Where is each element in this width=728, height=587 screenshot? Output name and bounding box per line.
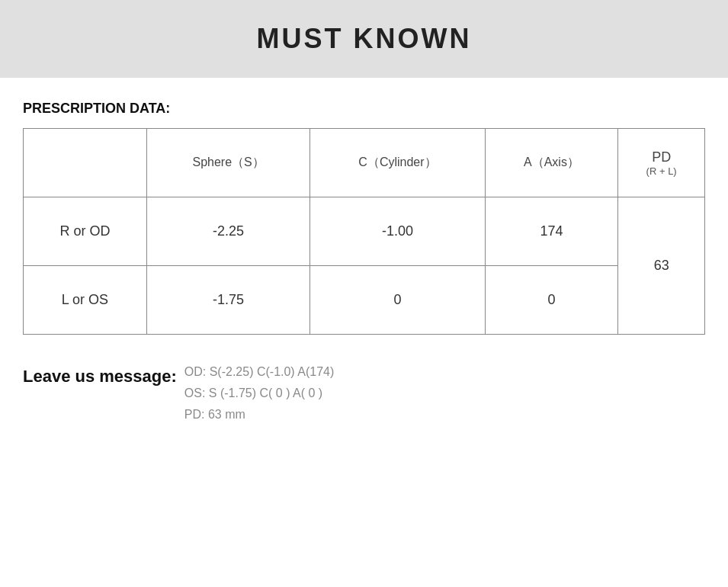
cell-cylinder-os: 0 bbox=[310, 266, 485, 335]
col-header-cylinder: C（Cylinder） bbox=[310, 129, 485, 197]
section-label: PRESCRIPTION DATA: bbox=[23, 101, 705, 117]
leave-message-label: Leave us message: bbox=[23, 365, 177, 387]
message-line-od: OD: S(-2.25) C(-1.0) A(174) bbox=[184, 365, 335, 379]
cell-pd: 63 bbox=[618, 197, 705, 335]
col-header-pd: PD (R + L) bbox=[618, 129, 705, 197]
col-header-label bbox=[24, 129, 147, 197]
prescription-table: Sphere（S） C（Cylinder） A（Axis） PD (R + L)… bbox=[23, 128, 705, 335]
message-lines: OD: S(-2.25) C(-1.0) A(174) OS: S (-1.75… bbox=[184, 365, 335, 422]
row-label-od: R or OD bbox=[24, 197, 147, 266]
page-title: MUST KNOWN bbox=[0, 23, 728, 55]
col-header-axis: A（Axis） bbox=[485, 129, 618, 197]
cell-sphere-od: -2.25 bbox=[146, 197, 309, 266]
cell-axis-od: 174 bbox=[485, 197, 618, 266]
message-line-pd: PD: 63 mm bbox=[184, 408, 335, 422]
cell-cylinder-od: -1.00 bbox=[310, 197, 485, 266]
message-line-os: OS: S (-1.75) C( 0 ) A( 0 ) bbox=[184, 387, 335, 400]
col-header-sphere: Sphere（S） bbox=[146, 129, 309, 197]
cell-axis-os: 0 bbox=[485, 266, 618, 335]
pd-label: PD bbox=[652, 149, 671, 165]
table-row: L or OS -1.75 0 0 bbox=[24, 266, 705, 335]
content-area: PRESCRIPTION DATA: Sphere（S） C（Cylinder）… bbox=[0, 101, 728, 425]
leave-message-section: Leave us message: OD: S(-2.25) C(-1.0) A… bbox=[23, 361, 705, 425]
pd-sublabel: (R + L) bbox=[646, 165, 677, 177]
page-header: MUST KNOWN bbox=[0, 0, 728, 78]
row-label-os: L or OS bbox=[24, 266, 147, 335]
cell-sphere-os: -1.75 bbox=[146, 266, 309, 335]
table-row: R or OD -2.25 -1.00 174 63 bbox=[24, 197, 705, 266]
